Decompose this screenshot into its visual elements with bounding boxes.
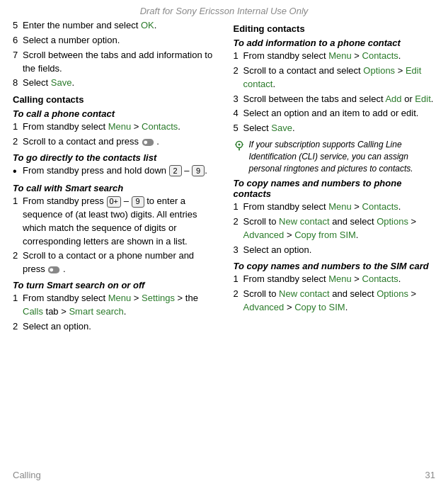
copy-sim-step-3: 3 Select an option. <box>234 244 436 257</box>
step-5: 5 Enter the number and select OK. <box>13 19 215 33</box>
footer-left: Calling <box>13 470 41 480</box>
to-copy-sim-heading: To copy names and numbers to phone conta… <box>234 178 436 199</box>
key-9b-icon: 9 <box>132 196 144 208</box>
right-column: Editing contacts To add information to a… <box>231 19 436 335</box>
to-smart-heading: To call with Smart search <box>13 183 215 193</box>
to-copy-phone-heading: To copy names and numbers to the SIM car… <box>234 261 436 271</box>
call-step-1: 1 From standby select Menu > Contacts. <box>13 120 215 134</box>
svg-point-8 <box>238 144 240 146</box>
svg-rect-0 <box>142 139 153 146</box>
edit-step-5: 5 Select Save. <box>234 122 436 135</box>
footer-right: 31 <box>425 470 435 480</box>
copy-sim-step-2: 2 Scroll to New contact and select Optio… <box>234 215 436 242</box>
note-bulb-icon <box>234 140 245 151</box>
note-text: If your subscription supports Calling Li… <box>249 139 436 174</box>
edit-step-1: 1 From standby select Menu > Contacts. <box>234 50 436 63</box>
page-footer: Calling 31 <box>0 470 448 480</box>
cli-note: If your subscription supports Calling Li… <box>234 139 436 174</box>
to-add-heading: To add information to a phone contact <box>234 38 436 48</box>
edit-step-4: 4 Select an option and an item to add or… <box>234 107 436 120</box>
step-7: 7 Scroll between the tabs and add inform… <box>13 49 215 76</box>
turn-step-1: 1 From standby select Menu > Settings > … <box>13 292 215 319</box>
to-call-heading: To call a phone contact <box>13 108 215 119</box>
edit-step-2: 2 Scroll to a contact and select Options… <box>234 64 436 91</box>
smart-step-2: 2 Scroll to a contact or a phone number … <box>13 249 215 276</box>
calling-contacts-heading: Calling contacts <box>13 94 215 105</box>
copy-phone-step-2: 2 Scroll to New contact and select Optio… <box>234 288 436 315</box>
edit-step-3: 3 Scroll between the tabs and select Add… <box>234 93 436 106</box>
intro-steps: 5 Enter the number and select OK. 6 Sele… <box>13 19 215 90</box>
left-column: 5 Enter the number and select OK. 6 Sele… <box>13 19 218 335</box>
key-2-icon: 2 <box>169 165 182 176</box>
editing-contacts-heading: Editing contacts <box>234 23 436 34</box>
to-go-heading: To go directly to the contacts list <box>13 152 215 163</box>
svg-rect-3 <box>50 268 54 271</box>
step-6: 6 Select a number option. <box>13 34 215 47</box>
call-step-2: 2 Scroll to a contact and press . <box>13 135 215 149</box>
to-turn-heading: To turn Smart search on or off <box>13 280 215 290</box>
to-go-bullet: • From standby press and hold down 2 – 9… <box>13 164 215 179</box>
svg-point-9 <box>239 149 240 151</box>
copy-phone-step-1: 1 From standby select Menu > Contacts. <box>234 273 436 286</box>
page-header: Draft for Sony Ericsson Internal Use Onl… <box>0 0 448 19</box>
turn-step-2: 2 Select an option. <box>13 320 215 334</box>
phone-icon-2 <box>47 264 63 274</box>
svg-rect-1 <box>144 140 147 144</box>
key-0plus-icon: 0+ <box>107 196 122 208</box>
phone-icon <box>142 136 157 147</box>
copy-sim-step-1: 1 From standby select Menu > Contacts. <box>234 200 436 214</box>
step-8: 8 Select Save. <box>13 77 215 90</box>
key-9-icon: 9 <box>192 165 205 176</box>
smart-step-1: 1 From standby press 0+ – 9 to enter a s… <box>13 195 215 248</box>
